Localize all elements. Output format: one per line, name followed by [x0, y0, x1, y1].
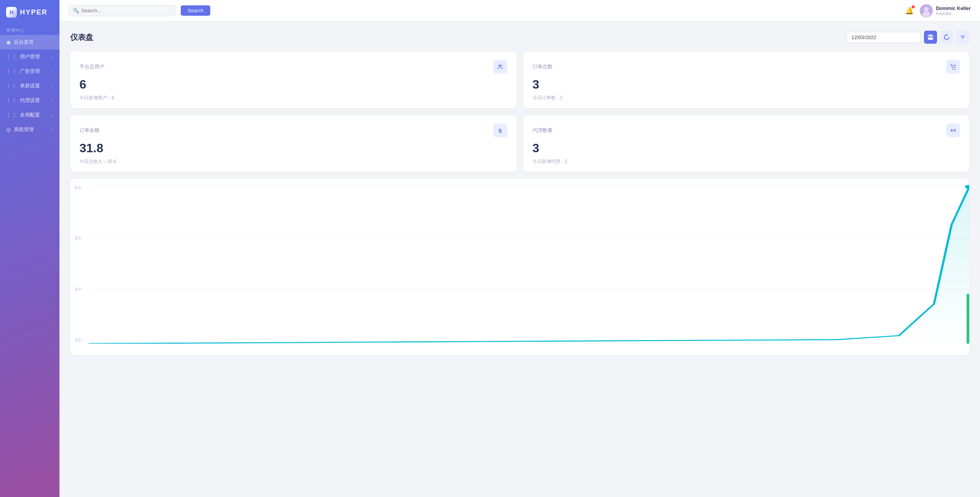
sidebar-item-label-orders: 单群设置 [20, 82, 40, 89]
svg-point-8 [952, 69, 954, 70]
search-wrap: 🔍 [69, 5, 176, 16]
chevron-right-icon: › [52, 54, 53, 59]
stat-cards: 平台总用户 6 今日新增用户：6 订单总数 [70, 51, 969, 172]
stat-card-value-orders: 3 [533, 77, 960, 92]
search-button[interactable]: Search [181, 5, 210, 16]
notification-badge [912, 5, 915, 8]
stat-card-sub-amount: 今日总收入：30.8 [79, 158, 507, 165]
stat-card-header-amount: 订单金额 $ [79, 123, 507, 137]
sidebar-logo: H HYPER [0, 0, 59, 25]
filter-button[interactable] [956, 31, 969, 44]
save-button[interactable] [924, 31, 937, 44]
chart-y-label-4: 4个 [75, 286, 82, 293]
svg-point-9 [954, 69, 955, 70]
sidebar-item-global[interactable]: ⋮⋮ 全局配置 › [0, 108, 59, 122]
chart-green-bar [967, 294, 969, 344]
chevron-right-icon2: › [52, 69, 53, 74]
ads-icon: ⋮⋮ [6, 68, 17, 74]
sidebar-item-orders[interactable]: ⋮⋮ 单群设置 › [0, 79, 59, 93]
users-stat-icon [493, 60, 507, 74]
system-icon: ◎ [6, 127, 11, 133]
sidebar-item-home[interactable]: ◉ 后台首页 [0, 35, 59, 49]
stat-card-total-users: 平台总用户 6 今日新增用户：6 [70, 51, 516, 108]
filter-icon [960, 35, 965, 40]
stat-card-title-orders: 订单总数 [533, 63, 553, 70]
sidebar-item-system[interactable]: ◎ 系统管理 › [0, 122, 59, 137]
svg-point-11 [965, 185, 969, 189]
svg-rect-4 [929, 35, 932, 37]
sidebar-section-label: 管理中心 [0, 25, 59, 35]
date-input[interactable] [846, 32, 921, 43]
chevron-right-icon3: › [52, 84, 53, 88]
svg-point-7 [501, 65, 503, 67]
chart-area: 6个 5个 4个 3个 [70, 179, 969, 355]
stat-card-sub-orders: 今日订单数：2 [533, 95, 960, 101]
chart-y-label-5: 5个 [75, 235, 82, 242]
page-header: 仪表盘 [70, 31, 969, 44]
search-icon: 🔍 [73, 8, 79, 13]
user-role: Founder [936, 11, 971, 16]
refresh-button[interactable] [940, 31, 953, 44]
svg-marker-10 [89, 187, 969, 344]
sidebar-item-label-agent: 代理设置 [20, 97, 40, 104]
amount-stat-icon: $ [493, 123, 507, 137]
search-input[interactable] [81, 5, 150, 16]
chevron-right-icon6: › [52, 127, 53, 132]
sidebar-item-label-system: 系统管理 [14, 126, 34, 133]
topbar-right: 🔔 Dominic Keller Founder [905, 4, 971, 17]
logo-symbol: H [10, 9, 13, 15]
orders-stat-icon [946, 60, 960, 74]
sidebar-item-users[interactable]: ⋮⋮ 用户管理 › [0, 49, 59, 64]
stat-card-value-users: 6 [79, 77, 507, 92]
chart-y-label-3: 3个 [75, 337, 82, 344]
chevron-right-icon4: › [52, 98, 53, 103]
stat-card-title-users: 平台总用户 [79, 63, 104, 70]
stat-card-header-users: 平台总用户 [79, 60, 507, 74]
stat-card-sub-agent: 今日新增代理：2 [533, 158, 960, 165]
user-name: Dominic Keller [936, 5, 971, 11]
logo-icon: H [6, 7, 17, 18]
stat-card-title-agent: 代理数量 [533, 127, 553, 134]
page-body: 仪表盘 [59, 21, 980, 497]
svg-point-6 [498, 65, 500, 67]
stat-card-value-amount: 31.8 [79, 141, 507, 155]
stat-card-header-orders: 订单总数 [533, 60, 960, 74]
stat-card-total-orders: 订单总数 3 今日订单数：2 [523, 51, 970, 108]
page-title: 仪表盘 [70, 32, 93, 43]
users-icon: ⋮⋮ [6, 54, 17, 60]
agent-icon: ⋮⋮ [6, 97, 17, 104]
logo-text: HYPER [20, 8, 48, 16]
chart-line-svg [89, 185, 969, 344]
sidebar-item-label-ads: 广告管理 [20, 68, 40, 75]
global-icon: ⋮⋮ [6, 112, 17, 118]
user-info[interactable]: Dominic Keller Founder [920, 4, 971, 17]
stat-card-value-agent: 3 [533, 141, 960, 155]
user-details: Dominic Keller Founder [936, 5, 971, 16]
stat-card-order-amount: 订单金额 $ 31.8 今日总收入：30.8 [70, 115, 516, 172]
svg-rect-5 [929, 38, 932, 39]
chevron-right-icon5: › [52, 113, 53, 117]
svg-point-2 [922, 12, 930, 17]
stat-card-sub-users: 今日新增用户：6 [79, 95, 507, 101]
svg-point-1 [924, 7, 929, 12]
stat-card-agent-count: 代理数量 3 今日新增代理：2 [523, 115, 970, 172]
refresh-icon [944, 34, 950, 40]
notification-icon[interactable]: 🔔 [905, 7, 914, 15]
agent-stat-icon [946, 123, 960, 137]
avatar [920, 4, 933, 17]
orders-icon: ⋮⋮ [6, 83, 17, 89]
home-icon: ◉ [6, 39, 11, 45]
header-actions [846, 31, 969, 44]
chart-y-label-6: 6个 [75, 185, 82, 191]
sidebar-item-label-global: 全局配置 [20, 112, 40, 118]
sidebar-item-ads[interactable]: ⋮⋮ 广告管理 › [0, 64, 59, 79]
sidebar-item-agent[interactable]: ⋮⋮ 代理设置 › [0, 93, 59, 108]
main-content: 🔍 Search 🔔 Dominic Keller Foun [59, 0, 980, 497]
sidebar-item-label-users: 用户管理 [20, 53, 40, 60]
stat-card-title-amount: 订单金额 [79, 127, 99, 134]
stat-card-header-agent: 代理数量 [533, 123, 960, 137]
sidebar-item-label-home: 后台首页 [14, 39, 34, 46]
save-icon [927, 34, 934, 40]
topbar: 🔍 Search 🔔 Dominic Keller Foun [59, 0, 980, 21]
sidebar: H HYPER 管理中心 ◉ 后台首页 ⋮⋮ 用户管理 › ⋮⋮ 广告管理 › … [0, 0, 59, 497]
